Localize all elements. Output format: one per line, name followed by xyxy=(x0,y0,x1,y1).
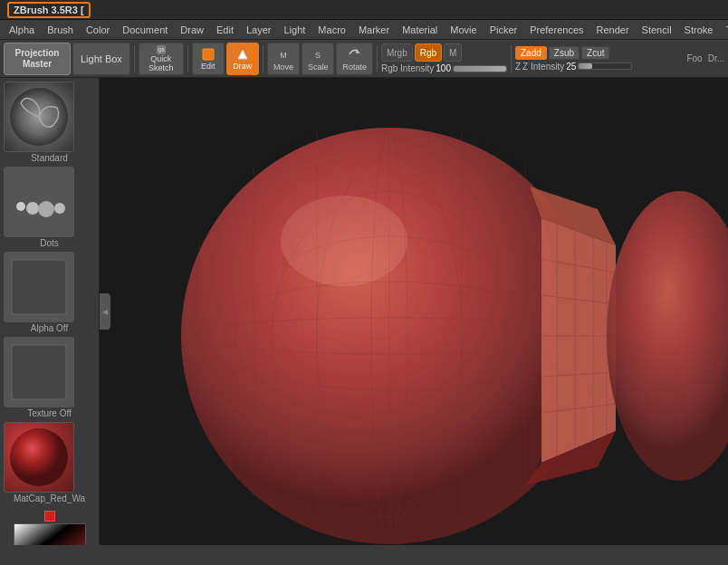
menu-brush[interactable]: Brush xyxy=(42,23,79,37)
matcap-item[interactable]: MatCap_Red_Wa xyxy=(4,422,95,503)
svg-rect-14 xyxy=(12,345,66,399)
move-icon: M xyxy=(275,46,292,62)
menu-bar: Alpha Brush Color Document Draw Edit Lay… xyxy=(0,20,728,40)
dots-label: Dots xyxy=(4,238,95,248)
menu-layer[interactable]: Layer xyxy=(241,23,277,37)
alpha-off-icon xyxy=(7,255,71,319)
menu-light[interactable]: Light xyxy=(279,23,311,37)
menu-texture[interactable]: Texture xyxy=(720,23,728,37)
svg-rect-2 xyxy=(203,49,214,60)
edit-icon xyxy=(201,47,216,62)
z-intensity-label: Z Intensity xyxy=(522,62,564,72)
menu-document[interactable]: Document xyxy=(117,23,173,37)
menu-macro[interactable]: Macro xyxy=(312,23,351,37)
svg-point-42 xyxy=(281,196,407,286)
foo-label: Foo xyxy=(686,53,702,63)
divider2 xyxy=(187,45,188,72)
menu-alpha[interactable]: Alpha xyxy=(4,23,40,37)
zcut-button[interactable]: Zcut xyxy=(581,46,609,60)
menu-marker[interactable]: Marker xyxy=(353,23,395,37)
mrgb-button[interactable]: Mrgb xyxy=(381,43,413,62)
rgb-intensity-row: Rgb Intensity 100 xyxy=(381,63,507,73)
texture-off-item[interactable]: Texture Off xyxy=(4,337,95,418)
divider3 xyxy=(263,45,263,72)
alpha-off-item[interactable]: Alpha Off xyxy=(4,252,95,333)
rgb-top-row: Mrgb Rgb M xyxy=(381,43,507,62)
menu-picker[interactable]: Picker xyxy=(484,23,523,37)
quicksketch-button[interactable]: QS Quick Sketch xyxy=(139,43,184,75)
projection-master-button[interactable]: Projection Master xyxy=(4,43,71,75)
svg-rect-6 xyxy=(7,170,71,234)
z-label: Z xyxy=(515,62,521,72)
dots-brush-icon xyxy=(7,170,71,234)
divider1 xyxy=(134,45,135,72)
move-button[interactable]: M Move xyxy=(267,43,300,75)
draw-icon xyxy=(235,47,250,62)
svg-rect-12 xyxy=(12,260,66,314)
rgb-button[interactable]: Rgb xyxy=(415,43,442,62)
svg-point-9 xyxy=(38,201,54,217)
zsub-button[interactable]: Zsub xyxy=(549,46,580,60)
gradient-header xyxy=(44,511,55,522)
menu-material[interactable]: Material xyxy=(397,23,443,37)
rgb-intensity-value: 100 xyxy=(436,63,451,73)
menu-movie[interactable]: Movie xyxy=(445,23,482,37)
menu-preferences[interactable]: Preferences xyxy=(524,23,589,37)
draw-button[interactable]: Draw xyxy=(226,43,259,75)
divider4 xyxy=(377,45,378,72)
dots-brush-thumb[interactable] xyxy=(4,167,74,237)
standard-brush-thumb[interactable] xyxy=(4,81,74,152)
main-area: Standard Dots A xyxy=(0,78,728,545)
z-buttons-row: Zadd Zsub Zcut xyxy=(515,46,632,60)
zadd-button[interactable]: Zadd xyxy=(515,46,547,60)
z-intensity-bar[interactable] xyxy=(578,62,632,70)
menu-render[interactable]: Render xyxy=(591,23,635,37)
rgb-intensity-fill xyxy=(454,66,506,72)
lightbox-button[interactable]: Light Box xyxy=(72,43,130,75)
quicksketch-icon: QS xyxy=(153,45,169,54)
menu-color[interactable]: Color xyxy=(81,23,115,37)
rgb-intensity-label: Rgb Intensity xyxy=(381,63,434,73)
svg-point-8 xyxy=(26,202,39,215)
gradient-swatch[interactable] xyxy=(14,523,86,545)
standard-label: Standard xyxy=(4,153,95,163)
menu-stencil[interactable]: Stencil xyxy=(637,23,677,37)
svg-text:M: M xyxy=(280,51,287,60)
menu-stroke[interactable]: Stroke xyxy=(679,23,719,37)
menu-edit[interactable]: Edit xyxy=(211,23,239,37)
collapse-handle[interactable]: ◀ xyxy=(100,293,110,330)
z-intensity-row: Z Z Intensity 25 xyxy=(515,62,632,72)
scene-svg xyxy=(100,78,728,545)
toolbar1: Projection Master Light Box QS Quick Ske… xyxy=(0,40,728,78)
standard-brush-item[interactable]: Standard xyxy=(4,81,95,163)
matcap-thumb[interactable] xyxy=(4,422,74,493)
z-intensity-value: 25 xyxy=(566,62,576,72)
dots-brush-item[interactable]: Dots xyxy=(4,167,95,248)
edit-button[interactable]: Edit xyxy=(192,43,225,75)
svg-point-10 xyxy=(54,203,65,214)
svg-point-7 xyxy=(16,202,25,211)
z-intensity-fill xyxy=(579,63,592,69)
gradient-inner xyxy=(14,524,85,545)
collapse-arrow: ◀ xyxy=(102,308,108,316)
menu-draw[interactable]: Draw xyxy=(175,23,209,37)
gradient-section: Gradient xyxy=(4,511,95,545)
scale-button[interactable]: S Scale xyxy=(302,43,335,75)
title-bar: ZBrush 3.5R3 [ xyxy=(0,0,728,20)
canvas-area[interactable]: ◀ xyxy=(100,78,728,545)
texture-thumb[interactable] xyxy=(4,337,74,407)
standard-brush-icon xyxy=(7,85,71,148)
svg-text:S: S xyxy=(315,51,321,60)
alpha-brush-thumb[interactable] xyxy=(4,252,74,322)
texture-label: Texture Off xyxy=(4,408,95,418)
rotate-button[interactable]: Rotate xyxy=(336,43,373,75)
left-panel: Standard Dots A xyxy=(0,78,100,545)
texture-off-icon xyxy=(7,340,71,404)
rotate-icon xyxy=(345,46,365,62)
title-text: ZBrush 3.5R3 [ xyxy=(7,2,91,18)
z-buttons-group: Zadd Zsub Zcut Z Z Intensity 25 xyxy=(515,46,632,72)
color-swatch-red[interactable] xyxy=(44,511,55,522)
m-button[interactable]: M xyxy=(444,43,462,62)
rgb-group: Mrgb Rgb M Rgb Intensity 100 xyxy=(381,43,507,73)
rgb-intensity-bar[interactable] xyxy=(453,65,507,72)
